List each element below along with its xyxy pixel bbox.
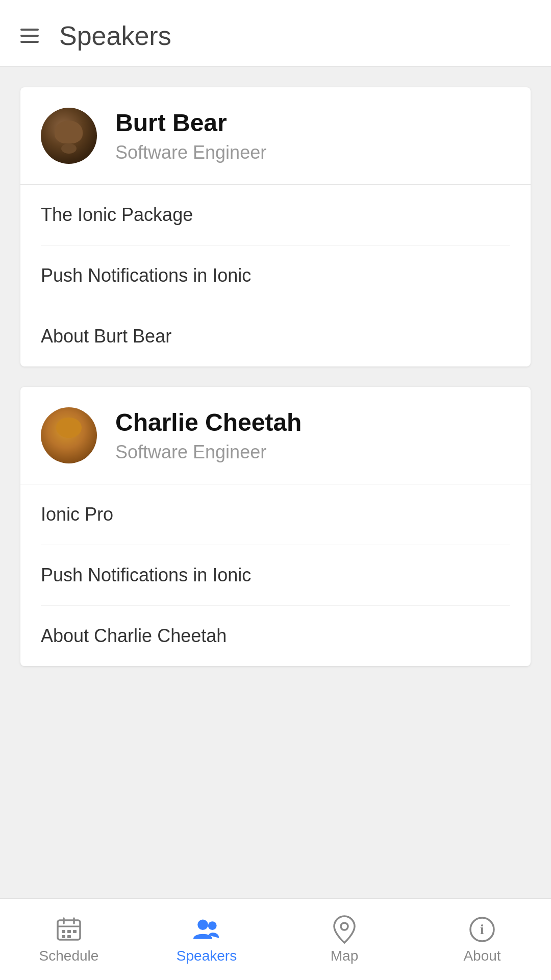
sessions-charlie-cheetah: Ionic Pro Push Notifications in Ionic Ab… <box>20 484 531 666</box>
svg-text:i: i <box>480 921 484 937</box>
session-item[interactable]: Ionic Pro <box>41 484 510 545</box>
nav-label-schedule: Schedule <box>39 948 99 964</box>
nav-item-speakers[interactable]: Speakers <box>138 915 276 964</box>
speakers-icon <box>192 915 221 944</box>
session-item[interactable]: Push Notifications in Ionic <box>41 246 510 306</box>
page-title: Speakers <box>59 20 171 51</box>
header: Speakers <box>0 0 551 67</box>
nav-item-map[interactable]: Map <box>276 915 413 964</box>
session-item[interactable]: The Ionic Package <box>41 185 510 246</box>
speaker-card-burt-bear: Burt Bear Software Engineer The Ionic Pa… <box>20 87 531 366</box>
session-item[interactable]: About Burt Bear <box>41 306 510 366</box>
svg-rect-6 <box>73 930 77 933</box>
nav-label-map: Map <box>331 948 358 964</box>
speaker-role-charlie-cheetah: Software Engineer <box>115 442 302 463</box>
sessions-burt-bear: The Ionic Package Push Notifications in … <box>20 185 531 366</box>
svg-rect-5 <box>67 930 71 933</box>
bottom-navigation: Schedule Speakers Map i <box>0 898 551 980</box>
speaker-card-charlie-cheetah: Charlie Cheetah Software Engineer Ionic … <box>20 387 531 666</box>
nav-item-schedule[interactable]: Schedule <box>0 915 138 964</box>
content-area: Burt Bear Software Engineer The Ionic Pa… <box>0 67 551 904</box>
map-icon <box>330 915 359 944</box>
avatar-burt-bear <box>41 108 97 164</box>
speaker-role-burt-bear: Software Engineer <box>115 142 266 163</box>
nav-item-about[interactable]: i About <box>413 915 551 964</box>
speaker-details-charlie-cheetah: Charlie Cheetah Software Engineer <box>115 408 302 463</box>
speaker-info-burt-bear[interactable]: Burt Bear Software Engineer <box>20 87 531 185</box>
hamburger-icon[interactable] <box>20 29 39 43</box>
speaker-name-burt-bear: Burt Bear <box>115 108 266 138</box>
speaker-info-charlie-cheetah[interactable]: Charlie Cheetah Software Engineer <box>20 387 531 484</box>
schedule-icon <box>55 915 83 944</box>
svg-rect-8 <box>67 935 71 938</box>
svg-rect-4 <box>62 930 65 933</box>
speaker-details-burt-bear: Burt Bear Software Engineer <box>115 108 266 163</box>
session-item[interactable]: Push Notifications in Ionic <box>41 545 510 606</box>
session-item[interactable]: About Charlie Cheetah <box>41 606 510 666</box>
svg-point-9 <box>197 919 208 930</box>
svg-point-10 <box>208 921 217 930</box>
speaker-name-charlie-cheetah: Charlie Cheetah <box>115 408 302 437</box>
avatar-charlie-cheetah <box>41 407 97 463</box>
about-icon: i <box>468 915 496 944</box>
svg-rect-7 <box>62 935 65 938</box>
nav-label-about: About <box>463 948 500 964</box>
svg-point-11 <box>341 923 348 930</box>
nav-label-speakers: Speakers <box>177 948 237 964</box>
